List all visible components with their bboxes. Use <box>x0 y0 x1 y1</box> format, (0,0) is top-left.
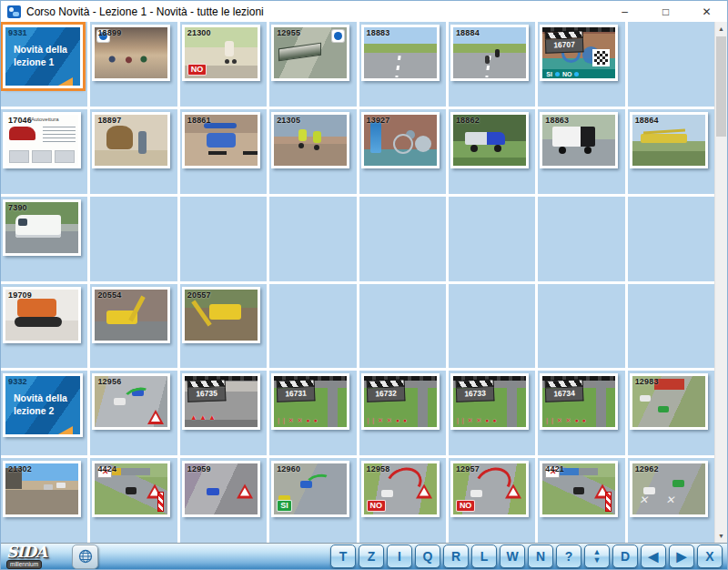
minimize-button[interactable]: – <box>604 1 645 22</box>
grid-cell-r4c4 <box>269 284 356 369</box>
scrollbar-thumb[interactable] <box>716 36 726 137</box>
photo-thumbnail-18864[interactable]: 18864 <box>630 112 708 168</box>
toolbar-button-q[interactable]: Q <box>415 545 440 568</box>
grid-cell-r1c1: 9331Novità della lezione 1 <box>1 22 87 107</box>
badge-no: NO <box>456 500 476 512</box>
photo-thumbnail-21305[interactable]: 21305 <box>271 112 349 168</box>
image-16731: 16731 <box>274 376 347 427</box>
photo-thumbnail-20554[interactable]: 20554 <box>92 287 170 343</box>
scroll-down-icon[interactable]: ▼ <box>715 529 727 543</box>
warning-triangle-sign-icon <box>416 484 432 499</box>
image-16733: 16733 <box>453 376 526 427</box>
warning-triangle-sign-icon <box>237 484 253 499</box>
photo-thumbnail-12956[interactable]: 12956 <box>92 373 170 430</box>
item-id: 18883 <box>367 28 390 37</box>
toolbar-button-t[interactable]: T <box>330 545 356 568</box>
toolbar-button-close[interactable]: X <box>697 545 723 568</box>
photo-thumbnail-21302[interactable]: 21302 <box>3 461 81 517</box>
toolbar-button-l[interactable]: L <box>471 545 497 568</box>
toolbar-button-d[interactable]: D <box>612 545 638 568</box>
photo-thumbnail-4421[interactable]: 4421 <box>540 461 618 517</box>
toolbar-button-r[interactable]: R <box>443 545 469 568</box>
grid-cell-r3c2 <box>90 197 177 281</box>
maximize-button[interactable]: □ <box>645 1 686 22</box>
toolbar-button-next[interactable]: ▶ <box>669 545 694 568</box>
image-16732: 16732 <box>364 376 437 427</box>
image-18899: 18899 <box>95 27 167 78</box>
grid-cell-r4c5 <box>359 284 446 369</box>
image-16707: 16707SINO <box>542 27 615 78</box>
vertical-scrollbar[interactable]: ▲ ▼ <box>714 22 727 543</box>
item-id: 9332 <box>8 377 27 386</box>
video-thumbnail-16732[interactable]: 16732 <box>361 373 440 430</box>
photo-thumbnail-12960[interactable]: 12960SI <box>271 461 349 517</box>
slide-car-image <box>9 127 35 140</box>
striped-pole-sign-icon <box>157 492 164 512</box>
photo-thumbnail-12983[interactable]: 12983 <box>630 373 708 430</box>
lesson-card-9332[interactable]: 9332Novità della lezione 2 <box>3 373 83 437</box>
photo-thumbnail-18861[interactable]: 18861 <box>182 112 260 168</box>
image-12962: 12962 <box>632 463 705 514</box>
globe-button[interactable] <box>72 545 98 569</box>
item-id: 7390 <box>8 203 27 212</box>
item-id: 20554 <box>97 290 121 300</box>
grid-cell-r4c8 <box>628 284 714 369</box>
grid-cell-r5c5: 16732 <box>359 371 446 455</box>
toolbar-button-i[interactable]: I <box>387 545 412 568</box>
grid-cell-r2c7: 18863 <box>538 109 624 194</box>
badge-si: SI <box>277 500 292 512</box>
photo-thumbnail-12958[interactable]: 12958NO <box>361 461 440 517</box>
video-thumbnail-16733[interactable]: 16733 <box>450 373 529 430</box>
item-id: 12962 <box>635 464 659 473</box>
photo-thumbnail-12955[interactable]: 12955 <box>271 25 349 81</box>
toolbar-button-z[interactable]: Z <box>359 545 384 568</box>
photo-thumbnail-18862[interactable]: 18862 <box>450 112 529 168</box>
grid-cell-r6c5: 12958NO <box>359 458 446 543</box>
photo-thumbnail-19709[interactable]: 19709 <box>3 287 81 343</box>
photo-thumbnail-18899[interactable]: 18899 <box>92 25 170 81</box>
photo-thumbnail-18883[interactable]: 18883 <box>361 25 440 81</box>
video-thumbnail-16707[interactable]: 16707SINO <box>540 25 618 81</box>
minimize-icon: – <box>622 5 628 18</box>
grid-cell-r2c2: 18897 <box>90 109 177 194</box>
toolbar-button-up-down[interactable]: ▲▼ <box>584 545 610 568</box>
photo-thumbnail-18884[interactable]: 18884 <box>450 25 529 81</box>
video-footer-dot[interactable] <box>555 72 560 76</box>
close-button[interactable]: ✕ <box>686 1 727 22</box>
lesson-card-9331[interactable]: 9331Novità della lezione 1 <box>3 25 83 88</box>
photo-thumbnail-13927[interactable]: 13927 <box>361 112 440 168</box>
item-id: 18899 <box>97 28 121 37</box>
toolbar-button-w[interactable]: W <box>500 545 525 568</box>
grid-cell-r4c2: 20554 <box>90 284 177 369</box>
grid-cell-r2c3: 18861 <box>180 109 267 194</box>
slide-thumbnail-17046[interactable]: 17046Autovettura <box>3 112 81 168</box>
video-thumbnail-16735[interactable]: 16735 <box>182 373 260 430</box>
photo-thumbnail-12957[interactable]: 12957NO <box>450 461 529 517</box>
grid-cell-r1c8 <box>628 22 714 107</box>
warning-triangle-sign-icon <box>505 484 521 499</box>
photo-thumbnail-20557[interactable]: 20557 <box>182 287 260 343</box>
video-footer-dot[interactable] <box>574 72 579 76</box>
video-thumbnail-16734[interactable]: 16734 <box>540 373 618 430</box>
photo-thumbnail-21300[interactable]: 21300NO <box>182 25 260 81</box>
title-bar: Corso Novità - Lezione 1 - Novità - tutt… <box>1 1 727 22</box>
photo-thumbnail-18863[interactable]: 18863 <box>540 112 618 168</box>
photo-thumbnail-12959[interactable]: 12959 <box>182 461 260 517</box>
item-id: 12955 <box>277 28 300 37</box>
grid-cell-r1c5: 18883 <box>359 22 446 107</box>
video-thumbnail-16731[interactable]: 16731 <box>271 373 349 430</box>
grid-cell-r3c5 <box>359 197 446 281</box>
photo-thumbnail-12962[interactable]: 12962 <box>630 461 708 517</box>
grid-cell-r5c3: 16735 <box>180 371 267 455</box>
toolbar-button-n[interactable]: N <box>528 545 553 568</box>
toolbar-button-previous[interactable]: ◀ <box>641 545 666 568</box>
image-12959: 12959 <box>185 463 258 514</box>
image-21302: 21302 <box>5 463 78 514</box>
grid-cell-r6c3: 12959 <box>180 458 267 543</box>
photo-thumbnail-4424[interactable]: 4424 <box>92 461 170 517</box>
scroll-up-icon[interactable]: ▲ <box>715 22 727 36</box>
grid-cell-r1c6: 18884 <box>449 22 535 107</box>
photo-thumbnail-18897[interactable]: 18897 <box>92 112 170 168</box>
photo-thumbnail-7390[interactable]: 7390 <box>3 199 81 256</box>
toolbar-button-help[interactable]: ? <box>556 545 581 568</box>
